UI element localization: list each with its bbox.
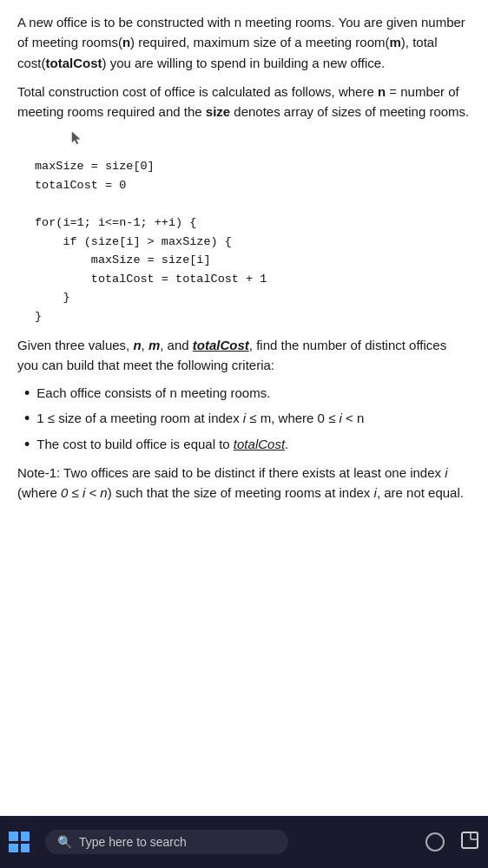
note-label: Note-1: xyxy=(17,465,60,480)
code-line-6: totalCost = totalCost + 1 xyxy=(35,270,471,289)
bullet-text-3: The cost to build office is equal to tot… xyxy=(36,435,288,455)
para1-totalcost: totalCost xyxy=(46,56,102,70)
note-text4: , are not equal. xyxy=(377,485,464,500)
para1-m: m xyxy=(390,35,401,49)
code-line-5: maxSize = size[i] xyxy=(35,251,471,270)
bullet-i: i xyxy=(243,411,246,425)
paragraph-2: Total construction cost of office is cal… xyxy=(17,82,471,122)
bullet-text-2: 1 ≤ size of a meeting room at index i ≤ … xyxy=(36,409,364,429)
bullet-dot-3: • xyxy=(24,435,30,455)
bullet-list: • Each office consists of n meeting room… xyxy=(24,384,471,455)
para3-totalcost: totalCost xyxy=(193,338,249,352)
taskbar-search-box[interactable]: 🔍 Type here to search xyxy=(45,830,288,854)
para2-size: size xyxy=(206,104,230,119)
code-block: maxSize = size[0] totalCost = 0 for(i=1;… xyxy=(35,157,471,326)
taskbar-search-label: Type here to search xyxy=(79,835,187,849)
para2-n: n xyxy=(378,84,386,99)
cursor-area xyxy=(69,130,471,148)
bullet-text-1: Each office consists of n meeting rooms. xyxy=(36,384,270,404)
note-text2: (where xyxy=(17,485,61,500)
paragraph-3: Given three values, n, m, and totalCost,… xyxy=(17,335,471,376)
main-content: A new office is to be constructed with n… xyxy=(0,0,488,816)
para1-mid: ) required, maximum size of a meeting ro… xyxy=(130,35,389,49)
bullet-item-3: • The cost to build office is equal to t… xyxy=(24,435,471,455)
taskbar-right-area xyxy=(425,831,479,854)
code-line-8: } xyxy=(35,307,471,326)
para1-rest: ) you are willing to spend in building a… xyxy=(102,56,386,70)
taskbar-square-icon xyxy=(460,831,479,850)
code-line-3: for(i=1; i<=n-1; ++i) { xyxy=(35,214,471,233)
bullet-item-2: • 1 ≤ size of a meeting room at index i … xyxy=(24,409,471,429)
code-line-blank1 xyxy=(35,194,471,214)
para2-start: Total construction cost of office is cal… xyxy=(17,84,378,99)
note-text3: ) such that the size of meeting rooms at… xyxy=(108,485,374,500)
code-line-7: } xyxy=(35,288,471,307)
para2-end: denotes array of sizes of meeting rooms. xyxy=(230,104,469,119)
note-italic2: 0 ≤ i < n xyxy=(61,485,108,500)
bullet-n: n xyxy=(169,385,176,400)
bullet-dot-1: • xyxy=(24,384,30,404)
bullet-m: m xyxy=(260,411,272,425)
para3-comma2: , and xyxy=(160,338,193,352)
note-section: Note-1: Two offices are said to be disti… xyxy=(17,464,471,503)
para3-m: m xyxy=(148,338,160,352)
taskbar: 🔍 Type here to search xyxy=(0,816,488,868)
bullet-i2: i xyxy=(340,411,342,425)
note-italic1: i xyxy=(445,465,447,480)
bullet-item-1: • Each office consists of n meeting room… xyxy=(24,384,471,404)
note-text: Two offices are said to be distinct if t… xyxy=(60,465,445,480)
search-icon: 🔍 xyxy=(57,835,72,849)
taskbar-circle-button[interactable] xyxy=(425,832,445,852)
taskbar-widget[interactable] xyxy=(460,831,479,854)
para3-comma1: , xyxy=(142,338,148,352)
bullet-equal: equal xyxy=(183,437,215,451)
svg-rect-0 xyxy=(462,832,478,848)
paragraph-1: A new office is to be constructed with n… xyxy=(17,12,471,73)
para3-n: n xyxy=(133,338,141,352)
cursor-icon xyxy=(69,130,83,146)
code-line-1: maxSize = size[0] xyxy=(35,157,471,176)
para3-start: Given three values, xyxy=(17,338,133,352)
code-line-2: totalCost = 0 xyxy=(35,176,471,195)
code-line-4: if (size[i] > maxSize) { xyxy=(35,233,471,252)
para1-n: n xyxy=(122,35,130,49)
bullet-dot-2: • xyxy=(24,409,30,429)
bullet-totalcost: totalCost xyxy=(234,437,285,451)
windows-logo[interactable] xyxy=(9,832,30,852)
